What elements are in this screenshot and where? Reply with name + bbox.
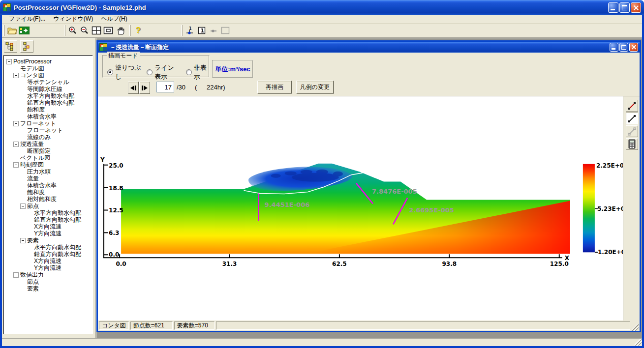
menu-help[interactable]: ヘルプ(H)	[97, 14, 131, 24]
zoom-box-button[interactable]	[102, 25, 114, 36]
tree-item[interactable]: PostProcessor	[3, 58, 92, 65]
tree-expand-toggle[interactable]	[13, 73, 19, 78]
tree-expand-toggle[interactable]	[20, 203, 26, 209]
frame-box-button[interactable]	[219, 25, 231, 36]
calculate-button[interactable]	[626, 138, 638, 150]
collapse-tree-button[interactable]	[20, 40, 33, 53]
section-line-red-icon	[627, 101, 637, 111]
x-tick-label: 125.0	[550, 261, 569, 267]
y-tick-label: 18.8	[109, 185, 123, 192]
pan-hand-icon	[116, 26, 124, 35]
menu-window[interactable]: ウィンドウ(W)	[49, 14, 97, 24]
close-button[interactable]	[631, 2, 641, 13]
child-maximize-button[interactable]	[619, 43, 628, 52]
menu-file[interactable]: ファイル(F)...	[5, 14, 49, 24]
frame-box-icon	[220, 26, 230, 35]
tree-item[interactable]: 節点	[3, 278, 92, 285]
unit-label: 単位:m³/sec	[215, 65, 250, 74]
marker-back-icon	[209, 26, 218, 35]
collapse-tree-icon	[21, 41, 33, 52]
y-tick-label: 25.0	[109, 162, 123, 169]
radio-line-label: ライン表示	[154, 63, 181, 81]
fit-window-button[interactable]	[91, 25, 102, 36]
tree-expand-toggle[interactable]	[13, 142, 19, 147]
radio-line-dot[interactable]	[147, 69, 153, 75]
radio-hidden-dot[interactable]	[186, 69, 192, 75]
zoom-box-icon	[103, 26, 113, 35]
tree-toolbar	[2, 38, 95, 54]
prev-frame-button[interactable]	[128, 82, 139, 94]
unit-box: 単位:m³/sec	[212, 60, 253, 78]
window-resize-grip[interactable]	[635, 339, 642, 346]
postprocessor-run-button[interactable]	[18, 25, 30, 36]
tree-item[interactable]: Y方向流速	[3, 264, 92, 271]
y-axis-title: Y	[100, 156, 105, 163]
x-tick-label: 62.5	[332, 261, 347, 267]
section-line-red-button[interactable]	[626, 100, 638, 112]
toolbar-grip[interactable]	[64, 25, 65, 36]
window-title: PostProcessor (VGFlow2D) - Sample12.phd	[14, 4, 608, 11]
time-label: 224hr)	[207, 84, 225, 91]
child-title-bar: －浸透流量－断面指定	[98, 42, 640, 53]
redraw-button[interactable]: 再描画	[257, 81, 292, 93]
tree-item[interactable]: モデル図	[3, 65, 92, 72]
zoom-in-icon	[68, 26, 77, 35]
pan-hand-button[interactable]	[114, 25, 126, 36]
expand-tree-button[interactable]	[4, 40, 17, 53]
tree-item[interactable]: 流線のみ	[3, 134, 92, 141]
tree-item[interactable]: 圧力水頭	[3, 168, 92, 175]
maximize-icon	[622, 5, 627, 10]
zoom-out-button[interactable]	[79, 25, 91, 36]
frame-number-button[interactable]: 1	[196, 25, 208, 36]
seepage-flow-window: －浸透流量－断面指定 描画モード 塗りつぶし	[96, 40, 641, 332]
tree-expand-toggle[interactable]	[13, 121, 19, 126]
tree-item[interactable]: ベクトル図	[3, 154, 92, 161]
navigation-panel: PostProcessor モデル図 コンタ図 等ポテンシャル	[2, 38, 96, 338]
minimize-button[interactable]	[608, 2, 618, 13]
svg-text:1: 1	[201, 28, 205, 34]
help-button[interactable]: ?	[132, 25, 144, 36]
tree-expand-toggle[interactable]	[6, 59, 12, 64]
mdi-workspace: －浸透流量－断面指定 描画モード 塗りつぶし	[96, 38, 642, 338]
toolbar-grip[interactable]	[181, 25, 183, 36]
flux-annotation: 2.6695E-005	[409, 207, 454, 214]
marker-back-button[interactable]	[208, 25, 219, 36]
section-line-black-button[interactable]	[626, 113, 638, 124]
plot-controls: 描画モード 塗りつぶし ライン表示 非表示	[98, 53, 640, 96]
toolbar-grip[interactable]	[3, 25, 5, 36]
section-line-gray-button[interactable]	[626, 125, 638, 137]
colorbar	[583, 164, 595, 253]
tree-item[interactable]: 鉛直方向動水勾配	[3, 99, 92, 106]
radio-fill-dot[interactable]	[107, 69, 113, 75]
child-close-button[interactable]	[629, 43, 638, 52]
tree-expand-toggle[interactable]	[13, 162, 19, 168]
child-minimize-button[interactable]	[610, 43, 618, 52]
zoom-in-button[interactable]	[67, 25, 79, 36]
frame-number-input[interactable]	[156, 82, 174, 92]
status-spacer	[216, 321, 630, 330]
radio-hidden[interactable]: 非表示	[186, 63, 209, 81]
change-legend-button[interactable]: 凡例の変更	[296, 81, 334, 93]
plot-canvas[interactable]: Y X 25.0 18.8 12.5 6.3 0.0 0.0 31.3 62.5…	[98, 96, 623, 320]
maximize-button[interactable]	[619, 2, 630, 13]
child-window-icon	[99, 43, 107, 51]
radio-fill[interactable]: 塗りつぶし	[107, 63, 141, 81]
tree-item[interactable]: Y方向流速	[3, 230, 92, 237]
toolbar-grip[interactable]	[129, 25, 131, 36]
tree-view[interactable]: PostProcessor モデル図 コンタ図 等ポテンシャル	[3, 55, 93, 334]
colorbar-ticks	[595, 208, 598, 252]
tree-item[interactable]: 体積含水率	[3, 182, 92, 189]
tree-expand-toggle[interactable]	[13, 272, 19, 278]
tree-item[interactable]: 要素	[3, 285, 92, 292]
section-line-gray-icon	[627, 126, 637, 137]
child-resize-grip[interactable]	[632, 324, 639, 331]
x-tick-label: 93.8	[442, 261, 457, 267]
step-marker-button[interactable]: 1	[184, 25, 196, 36]
tree-item[interactable]: 相対飽和度	[3, 196, 92, 203]
next-frame-button[interactable]	[139, 82, 150, 94]
tree-expand-toggle[interactable]	[20, 238, 26, 243]
calculator-icon	[627, 139, 637, 149]
tree-item[interactable]: 数値出力	[3, 271, 92, 278]
radio-line[interactable]: ライン表示	[147, 63, 181, 81]
open-file-button[interactable]	[6, 25, 18, 36]
